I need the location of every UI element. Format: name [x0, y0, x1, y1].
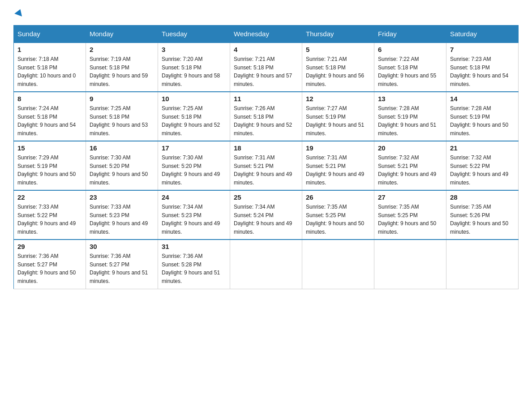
day-info: Sunrise: 7:21 AMSunset: 5:18 PMDaylight:…	[234, 56, 292, 87]
calendar-cell: 10 Sunrise: 7:25 AMSunset: 5:18 PMDaylig…	[158, 92, 230, 141]
calendar-cell: 18 Sunrise: 7:31 AMSunset: 5:21 PMDaylig…	[230, 141, 302, 190]
day-info: Sunrise: 7:36 AMSunset: 5:27 PMDaylight:…	[17, 253, 76, 284]
day-info: Sunrise: 7:35 AMSunset: 5:25 PMDaylight:…	[378, 204, 436, 235]
calendar-cell: 15 Sunrise: 7:29 AMSunset: 5:19 PMDaylig…	[14, 141, 86, 190]
weekday-header-row: SundayMondayTuesdayWednesdayThursdayFrid…	[14, 26, 519, 43]
calendar-cell: 24 Sunrise: 7:34 AMSunset: 5:23 PMDaylig…	[158, 190, 230, 240]
calendar-cell: 7 Sunrise: 7:23 AMSunset: 5:18 PMDayligh…	[446, 43, 519, 92]
calendar-cell: 16 Sunrise: 7:30 AMSunset: 5:20 PMDaylig…	[86, 141, 158, 190]
weekday-header-sunday: Sunday	[14, 26, 86, 43]
calendar-cell: 12 Sunrise: 7:27 AMSunset: 5:19 PMDaylig…	[302, 92, 374, 141]
day-info: Sunrise: 7:19 AMSunset: 5:18 PMDaylight:…	[90, 56, 148, 87]
day-info: Sunrise: 7:33 AMSunset: 5:22 PMDaylight:…	[17, 204, 76, 235]
day-info: Sunrise: 7:22 AMSunset: 5:18 PMDaylight:…	[378, 56, 436, 87]
day-info: Sunrise: 7:35 AMSunset: 5:25 PMDaylight:…	[306, 204, 364, 235]
day-number: 7	[450, 46, 515, 53]
calendar-cell: 28 Sunrise: 7:35 AMSunset: 5:26 PMDaylig…	[446, 190, 519, 240]
day-info: Sunrise: 7:20 AMSunset: 5:18 PMDaylight:…	[162, 56, 220, 87]
day-number: 22	[17, 193, 82, 201]
day-info: Sunrise: 7:25 AMSunset: 5:18 PMDaylight:…	[162, 105, 220, 137]
calendar-cell: 1 Sunrise: 7:18 AMSunset: 5:18 PMDayligh…	[14, 43, 86, 92]
calendar-cell: 22 Sunrise: 7:33 AMSunset: 5:22 PMDaylig…	[14, 190, 86, 240]
day-info: Sunrise: 7:32 AMSunset: 5:22 PMDaylight:…	[450, 154, 508, 186]
day-number: 6	[378, 46, 442, 53]
day-info: Sunrise: 7:34 AMSunset: 5:23 PMDaylight:…	[162, 204, 220, 235]
calendar-cell: 3 Sunrise: 7:20 AMSunset: 5:18 PMDayligh…	[158, 43, 230, 92]
calendar-cell: 8 Sunrise: 7:24 AMSunset: 5:18 PMDayligh…	[14, 92, 86, 141]
day-info: Sunrise: 7:29 AMSunset: 5:19 PMDaylight:…	[17, 154, 76, 186]
calendar-cell	[446, 240, 519, 289]
day-number: 5	[306, 46, 370, 53]
calendar-cell: 9 Sunrise: 7:25 AMSunset: 5:18 PMDayligh…	[86, 92, 158, 141]
calendar-cell: 27 Sunrise: 7:35 AMSunset: 5:25 PMDaylig…	[374, 190, 446, 240]
day-info: Sunrise: 7:31 AMSunset: 5:21 PMDaylight:…	[234, 154, 292, 186]
day-info: Sunrise: 7:35 AMSunset: 5:26 PMDaylight:…	[450, 204, 508, 235]
day-info: Sunrise: 7:26 AMSunset: 5:18 PMDaylight:…	[234, 105, 292, 137]
calendar-cell: 23 Sunrise: 7:33 AMSunset: 5:23 PMDaylig…	[86, 190, 158, 240]
day-info: Sunrise: 7:18 AMSunset: 5:18 PMDaylight:…	[17, 56, 76, 87]
calendar-cell	[302, 240, 374, 289]
day-number: 2	[90, 46, 154, 53]
day-number: 8	[17, 95, 82, 103]
weekday-header-saturday: Saturday	[446, 26, 519, 43]
calendar-cell: 25 Sunrise: 7:34 AMSunset: 5:24 PMDaylig…	[230, 190, 302, 240]
day-number: 14	[450, 95, 515, 103]
day-number: 20	[378, 144, 442, 152]
day-info: Sunrise: 7:28 AMSunset: 5:19 PMDaylight:…	[450, 105, 508, 137]
day-number: 10	[162, 95, 226, 103]
day-info: Sunrise: 7:30 AMSunset: 5:20 PMDaylight:…	[162, 154, 220, 186]
calendar-week-row: 22 Sunrise: 7:33 AMSunset: 5:22 PMDaylig…	[14, 190, 519, 240]
day-number: 18	[234, 144, 298, 152]
calendar-cell: 21 Sunrise: 7:32 AMSunset: 5:22 PMDaylig…	[446, 141, 519, 190]
calendar-week-row: 8 Sunrise: 7:24 AMSunset: 5:18 PMDayligh…	[14, 92, 519, 141]
day-info: Sunrise: 7:23 AMSunset: 5:18 PMDaylight:…	[450, 56, 508, 87]
weekday-header-thursday: Thursday	[302, 26, 374, 43]
day-number: 3	[162, 46, 226, 53]
calendar-table: SundayMondayTuesdayWednesdayThursdayFrid…	[13, 25, 519, 289]
logo-triangle-icon	[14, 8, 24, 16]
calendar-cell: 4 Sunrise: 7:21 AMSunset: 5:18 PMDayligh…	[230, 43, 302, 92]
day-number: 21	[450, 144, 515, 152]
weekday-header-tuesday: Tuesday	[158, 26, 230, 43]
day-number: 9	[90, 95, 154, 103]
weekday-header-wednesday: Wednesday	[230, 26, 302, 43]
calendar-cell: 5 Sunrise: 7:21 AMSunset: 5:18 PMDayligh…	[302, 43, 374, 92]
day-info: Sunrise: 7:27 AMSunset: 5:19 PMDaylight:…	[306, 105, 364, 137]
day-info: Sunrise: 7:32 AMSunset: 5:21 PMDaylight:…	[378, 154, 436, 186]
day-number: 16	[90, 144, 154, 152]
day-number: 23	[90, 193, 154, 201]
calendar-cell: 17 Sunrise: 7:30 AMSunset: 5:20 PMDaylig…	[158, 141, 230, 190]
calendar-cell: 29 Sunrise: 7:36 AMSunset: 5:27 PMDaylig…	[14, 240, 86, 289]
calendar-cell: 20 Sunrise: 7:32 AMSunset: 5:21 PMDaylig…	[374, 141, 446, 190]
day-number: 28	[450, 193, 515, 201]
day-number: 30	[90, 243, 154, 250]
calendar-cell: 14 Sunrise: 7:28 AMSunset: 5:19 PMDaylig…	[446, 92, 519, 141]
calendar-cell: 19 Sunrise: 7:31 AMSunset: 5:21 PMDaylig…	[302, 141, 374, 190]
calendar-week-row: 29 Sunrise: 7:36 AMSunset: 5:27 PMDaylig…	[14, 240, 519, 289]
calendar-week-row: 15 Sunrise: 7:29 AMSunset: 5:19 PMDaylig…	[14, 141, 519, 190]
logo	[13, 9, 23, 18]
day-number: 11	[234, 95, 298, 103]
calendar-cell: 31 Sunrise: 7:36 AMSunset: 5:28 PMDaylig…	[158, 240, 230, 289]
day-number: 29	[17, 243, 82, 250]
day-info: Sunrise: 7:30 AMSunset: 5:20 PMDaylight:…	[90, 154, 148, 186]
day-number: 26	[306, 193, 370, 201]
calendar-cell	[374, 240, 446, 289]
calendar-cell: 13 Sunrise: 7:28 AMSunset: 5:19 PMDaylig…	[374, 92, 446, 141]
day-info: Sunrise: 7:33 AMSunset: 5:23 PMDaylight:…	[90, 204, 148, 235]
day-number: 24	[162, 193, 226, 201]
calendar-cell: 6 Sunrise: 7:22 AMSunset: 5:18 PMDayligh…	[374, 43, 446, 92]
calendar-cell	[230, 240, 302, 289]
day-info: Sunrise: 7:31 AMSunset: 5:21 PMDaylight:…	[306, 154, 364, 186]
day-info: Sunrise: 7:36 AMSunset: 5:28 PMDaylight:…	[162, 253, 220, 284]
day-info: Sunrise: 7:34 AMSunset: 5:24 PMDaylight:…	[234, 204, 292, 235]
day-number: 13	[378, 95, 442, 103]
day-number: 31	[162, 243, 226, 250]
calendar-cell: 2 Sunrise: 7:19 AMSunset: 5:18 PMDayligh…	[86, 43, 158, 92]
day-number: 4	[234, 46, 298, 53]
weekday-header-friday: Friday	[374, 26, 446, 43]
day-info: Sunrise: 7:24 AMSunset: 5:18 PMDaylight:…	[17, 105, 76, 137]
calendar-cell: 30 Sunrise: 7:36 AMSunset: 5:27 PMDaylig…	[86, 240, 158, 289]
day-info: Sunrise: 7:25 AMSunset: 5:18 PMDaylight:…	[90, 105, 148, 137]
calendar-week-row: 1 Sunrise: 7:18 AMSunset: 5:18 PMDayligh…	[14, 43, 519, 92]
